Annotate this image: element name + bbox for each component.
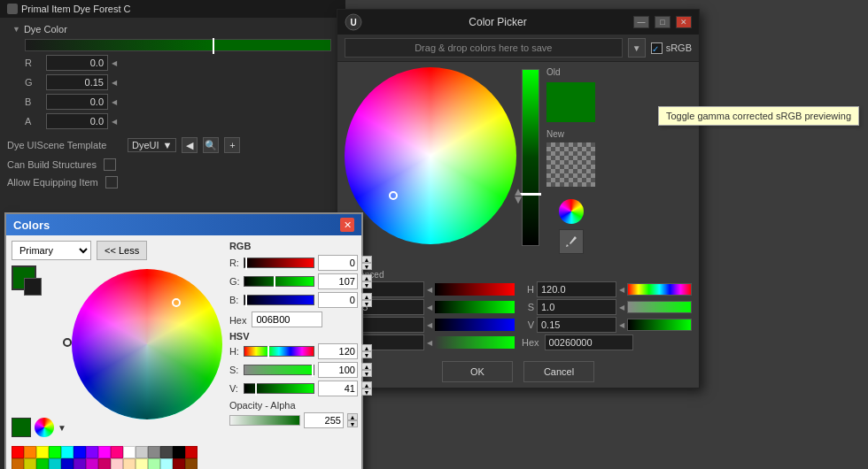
cd-swatch-item[interactable] (74, 458, 86, 469)
cd-s-input[interactable] (318, 362, 358, 378)
cd-g-up-button[interactable]: ▲ (361, 274, 372, 281)
cd-b-input[interactable] (318, 292, 358, 308)
cd-swatch-item[interactable] (98, 446, 111, 458)
cd-swatch-item[interactable] (148, 446, 160, 458)
cp-close-button[interactable]: ✕ (676, 16, 692, 28)
cd-swatch-item[interactable] (173, 446, 185, 458)
g-arrow-icon[interactable]: ◀ (112, 79, 117, 87)
cd-swatch-item[interactable] (136, 446, 148, 458)
cd-swatch-item[interactable] (185, 458, 198, 469)
cp-drag-area[interactable]: Drag & drop colors here to save (345, 38, 623, 58)
cd-swatch-item[interactable] (111, 458, 123, 469)
color-gradient-bar[interactable] (25, 39, 331, 51)
cd-s-up-button[interactable]: ▲ (361, 363, 372, 370)
cd-r-up-button[interactable]: ▲ (361, 256, 372, 263)
cd-green-swatch-small[interactable] (12, 418, 31, 437)
cd-swatch-item[interactable] (49, 458, 61, 469)
cp-minimize-button[interactable]: — (633, 16, 649, 28)
b-arrow-icon[interactable]: ◀ (112, 98, 117, 106)
cp-color-wheel[interactable] (345, 67, 516, 244)
search-icon[interactable]: 🔍 (203, 137, 219, 153)
can-build-checkbox[interactable] (104, 158, 116, 171)
cp-brightness-slider[interactable] (522, 69, 539, 246)
add-icon[interactable]: + (224, 137, 240, 153)
cd-h-up-button[interactable]: ▲ (361, 344, 372, 351)
cp-hex-input[interactable] (545, 334, 633, 350)
cd-swatch-item[interactable] (49, 446, 61, 458)
cd-swatch-item[interactable] (36, 458, 49, 469)
cd-r-slider[interactable] (244, 258, 314, 268)
cd-s-down-button[interactable]: ▼ (361, 370, 372, 377)
cd-color-wheel[interactable] (72, 269, 222, 419)
cd-b-down-button[interactable]: ▼ (361, 300, 372, 307)
cp-adv-slider-2[interactable] (435, 301, 515, 313)
cp-brightness-down-icon[interactable] (515, 196, 522, 204)
cd-swatch-item[interactable] (61, 446, 74, 458)
cp-s-slider[interactable] (627, 301, 692, 313)
cd-r-down-button[interactable]: ▼ (361, 263, 372, 270)
cd-opacity-up-button[interactable]: ▲ (347, 413, 358, 420)
cd-swatch-item[interactable] (36, 446, 49, 458)
cd-swatch-item[interactable] (24, 458, 36, 469)
cp-adv-slider-4[interactable] (435, 336, 515, 349)
cd-g-down-button[interactable]: ▼ (361, 281, 372, 288)
cd-hex-input[interactable] (252, 311, 322, 327)
b-input[interactable] (46, 94, 108, 110)
cd-swatch-item[interactable] (12, 446, 24, 458)
cp-h-input[interactable] (537, 281, 616, 297)
cd-preset-select[interactable]: Primary (12, 241, 91, 260)
cd-color-wheel-small-icon[interactable] (35, 418, 54, 437)
cd-swatch-item[interactable] (24, 446, 36, 458)
cd-swatch-item[interactable] (61, 458, 74, 469)
cd-less-button[interactable]: << Less (97, 241, 147, 260)
cd-swatch-item[interactable] (98, 458, 111, 469)
cd-h-input[interactable] (318, 343, 358, 359)
cd-swatch-item[interactable] (86, 458, 98, 469)
cd-g-slider[interactable] (244, 276, 314, 287)
cd-close-button[interactable]: ✕ (340, 218, 354, 232)
cd-swatch-item[interactable] (12, 458, 24, 469)
cd-opacity-input[interactable] (304, 412, 344, 428)
cd-b-slider[interactable] (244, 295, 314, 305)
cd-swatch-item[interactable] (185, 446, 198, 458)
cp-color-wheel-icon[interactable] (559, 199, 584, 224)
cd-r-input[interactable] (318, 255, 358, 271)
cp-drag-dropdown[interactable]: ▼ (628, 38, 646, 58)
cd-h-down-button[interactable]: ▼ (361, 351, 372, 358)
cp-wheel-cursor[interactable] (389, 191, 398, 200)
cd-swatch-item[interactable] (136, 458, 148, 469)
cp-eyedropper-icon[interactable] (559, 229, 584, 254)
cd-swatch-item[interactable] (148, 458, 160, 469)
cd-h-slider[interactable] (244, 346, 314, 357)
cd-swatch-item[interactable] (86, 446, 98, 458)
allow-equip-checkbox[interactable] (105, 176, 118, 188)
dye-uiscene-dropdown[interactable]: DyeUI ▼ (128, 138, 176, 152)
cp-maximize-button[interactable]: □ (655, 16, 670, 28)
cd-swatch-item[interactable] (111, 446, 123, 458)
cp-ok-button[interactable]: OK (442, 361, 513, 382)
cd-swatch-item[interactable] (123, 458, 136, 469)
cd-v-input[interactable] (318, 381, 358, 396)
cp-adv-slider-3[interactable] (435, 319, 515, 331)
cd-s-slider[interactable] (244, 365, 314, 375)
a-arrow-icon[interactable]: ◀ (112, 118, 117, 126)
cd-opacity-down-button[interactable]: ▼ (347, 420, 358, 427)
cd-b-up-button[interactable]: ▲ (361, 293, 372, 300)
cd-swatch-item[interactable] (160, 446, 173, 458)
cd-swatch-item[interactable] (160, 458, 173, 469)
cp-h-slider[interactable] (627, 283, 692, 296)
cd-dropdown-arrow-icon[interactable]: ▼ (58, 423, 66, 433)
cd-swatch-item[interactable] (74, 446, 86, 458)
cp-s-input[interactable] (537, 299, 616, 315)
dye-color-header[interactable]: ▼ Dye Color (7, 21, 338, 37)
cd-wheel-cursor[interactable] (172, 298, 181, 307)
a-input[interactable] (46, 113, 108, 129)
cd-v-down-button[interactable]: ▼ (361, 388, 372, 396)
cp-v-slider[interactable] (627, 319, 692, 331)
cp-v-input[interactable] (537, 317, 616, 333)
cd-g-input[interactable] (318, 273, 358, 289)
g-input[interactable] (46, 74, 108, 90)
cd-swatch-item[interactable] (123, 446, 136, 458)
cp-adv-slider-1[interactable] (435, 283, 515, 296)
cp-srgb-checkbox[interactable]: ✓ (651, 42, 663, 54)
